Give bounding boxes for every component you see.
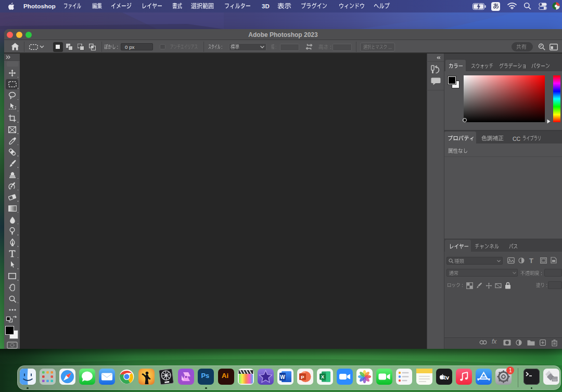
svg-text:X: X (321, 374, 324, 380)
svg-text:tv: tv (443, 374, 449, 381)
svg-text:W: W (280, 374, 285, 380)
svg-text:P: P (301, 374, 304, 380)
